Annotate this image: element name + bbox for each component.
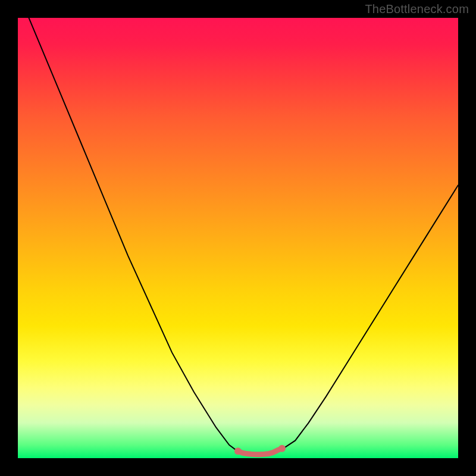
chart-svg xyxy=(18,18,458,458)
chart-plot-area xyxy=(18,18,458,458)
marker-endpoint xyxy=(278,445,286,452)
optimal-zone-marker xyxy=(238,449,282,455)
bottleneck-curve xyxy=(18,18,458,455)
marker-endpoint xyxy=(234,447,242,455)
attribution-text: TheBottleneck.com xyxy=(365,2,469,16)
